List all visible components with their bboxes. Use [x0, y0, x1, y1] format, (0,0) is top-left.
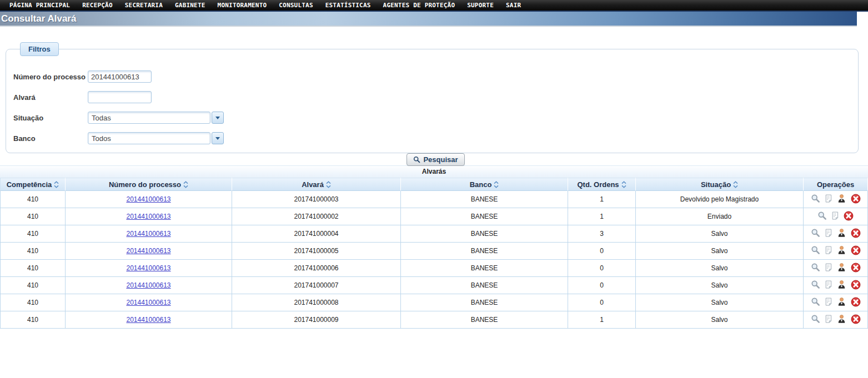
view-icon[interactable] — [811, 245, 820, 256]
situacao-dropdown-button[interactable] — [212, 112, 224, 124]
sort-icon — [733, 181, 738, 188]
competencia-cell: 410 — [0, 260, 66, 277]
menu-item-pagina-principal[interactable]: PÁGINA PRINCIPAL — [3, 0, 76, 11]
table-row: 410 201441000613 201741000008 BANESE 0 S… — [0, 294, 868, 311]
view-icon[interactable] — [811, 314, 820, 325]
document-icon[interactable] — [824, 263, 833, 274]
qtd-ordens-cell: 1 — [568, 311, 636, 329]
situacao-combobox — [88, 112, 224, 124]
view-icon[interactable] — [817, 211, 827, 222]
processo-label: Número do processo — [13, 73, 88, 81]
search-row: Pesquisar — [13, 153, 858, 166]
qtd-ordens-cell: 0 — [568, 260, 636, 277]
delete-icon[interactable] — [851, 194, 861, 205]
processo-link[interactable]: 201441000613 — [126, 195, 170, 203]
menu-item-monitoramento[interactable]: MONITORAMENTO — [212, 0, 273, 11]
competencia-cell: 410 — [0, 277, 66, 294]
processo-link[interactable]: 201441000613 — [126, 264, 170, 272]
situacao-label: Situação — [13, 114, 88, 122]
chevron-down-icon — [215, 117, 220, 119]
magistrate-icon[interactable] — [837, 297, 846, 308]
situacao-cell: Salvo — [636, 294, 804, 311]
sort-icon — [494, 181, 499, 188]
processo-link[interactable]: 201441000613 — [126, 299, 170, 306]
processo-field-row: Número do processo — [13, 70, 858, 83]
banco-dropdown-button[interactable] — [212, 132, 224, 144]
magistrate-icon[interactable] — [837, 245, 846, 256]
magistrate-icon[interactable] — [837, 228, 846, 239]
menu-item-recepcao[interactable]: RECEPÇÃO — [76, 0, 119, 11]
view-icon[interactable] — [811, 263, 820, 274]
alvara-label: Alvará — [13, 93, 88, 102]
page-title: Consultar Alvará — [0, 13, 76, 24]
situacao-field-row: Situação — [13, 112, 858, 124]
menu-item-estatisticas[interactable]: ESTATÍSTICAS — [319, 0, 377, 11]
magistrate-icon[interactable] — [837, 314, 846, 325]
column-header-qtd-ordens[interactable]: Qtd. Ordens — [568, 178, 636, 191]
table-caption-row: Alvarás — [0, 165, 868, 178]
situacao-cell: Salvo — [636, 260, 804, 277]
column-header-processo[interactable]: Número do processo — [66, 178, 232, 191]
sort-icon — [54, 181, 59, 188]
delete-icon[interactable] — [851, 314, 861, 326]
banco-cell: BANESE — [401, 260, 568, 277]
menu-item-suporte[interactable]: SUPORTE — [461, 0, 500, 11]
alvara-input[interactable] — [88, 91, 152, 103]
delete-icon[interactable] — [851, 263, 861, 274]
operations-cell — [804, 208, 868, 225]
magistrate-icon[interactable] — [837, 194, 846, 205]
menu-item-secretaria[interactable]: SECRETARIA — [119, 0, 169, 11]
document-icon[interactable] — [824, 194, 833, 205]
table-row: 410 201441000613 201741000003 BANESE 1 D… — [0, 191, 868, 208]
processo-link[interactable]: 201441000613 — [126, 316, 170, 324]
document-icon[interactable] — [824, 297, 833, 308]
situacao-cell: Devolvido pelo Magistrado — [636, 191, 804, 208]
delete-icon[interactable] — [851, 297, 861, 309]
processo-input[interactable] — [88, 70, 152, 83]
operations-cell — [804, 311, 868, 329]
banco-cell: BANESE — [401, 191, 568, 208]
view-icon[interactable] — [811, 228, 820, 239]
page-header: Consultar Alvará — [0, 12, 857, 27]
alvaras-table: Alvarás Competência Número do processo A… — [0, 165, 868, 329]
document-icon[interactable] — [824, 245, 833, 256]
delete-icon[interactable] — [844, 211, 854, 223]
search-button[interactable]: Pesquisar — [407, 153, 464, 166]
view-icon[interactable] — [811, 297, 820, 308]
magistrate-icon[interactable] — [837, 263, 846, 274]
column-header-banco[interactable]: Banco — [401, 178, 568, 191]
column-header-situacao[interactable]: Situação — [636, 178, 804, 191]
view-icon[interactable] — [811, 280, 820, 291]
view-icon[interactable] — [811, 194, 820, 205]
delete-icon[interactable] — [851, 245, 861, 257]
column-header-competencia[interactable]: Competência — [0, 178, 66, 191]
processo-link[interactable]: 201441000613 — [126, 230, 170, 238]
banco-input[interactable] — [88, 132, 210, 144]
situacao-input[interactable] — [88, 112, 210, 124]
magistrate-icon[interactable] — [837, 280, 846, 291]
menu-item-agentes-de-protecao[interactable]: AGENTES DE PROTEÇÃO — [377, 0, 461, 11]
banco-combobox — [88, 132, 224, 144]
delete-icon[interactable] — [851, 228, 861, 240]
menu-item-consultas[interactable]: CONSULTAS — [273, 0, 319, 11]
alvara-cell: 201741000004 — [232, 225, 401, 243]
menu-item-sair[interactable]: SAIR — [500, 0, 527, 11]
competencia-cell: 410 — [0, 208, 66, 225]
processo-link[interactable]: 201441000613 — [126, 281, 170, 289]
table-row: 410 201441000613 201741000006 BANESE 0 S… — [0, 260, 868, 277]
table-header-row: Competência Número do processo Alvará Ba… — [0, 178, 868, 191]
document-icon[interactable] — [824, 228, 833, 239]
banco-cell: BANESE — [401, 311, 568, 329]
document-icon[interactable] — [824, 314, 833, 325]
document-icon[interactable] — [831, 211, 840, 222]
operations-cell — [804, 191, 868, 208]
table-row: 410 201441000613 201741000007 BANESE 0 S… — [0, 277, 868, 294]
column-header-alvara[interactable]: Alvará — [232, 178, 401, 191]
operations-cell — [804, 225, 868, 243]
alvara-cell: 201741000009 — [232, 311, 401, 329]
processo-link[interactable]: 201441000613 — [126, 213, 170, 220]
processo-link[interactable]: 201441000613 — [126, 247, 170, 255]
menu-item-gabinete[interactable]: GABINETE — [169, 0, 212, 11]
delete-icon[interactable] — [851, 280, 861, 291]
document-icon[interactable] — [824, 280, 833, 291]
